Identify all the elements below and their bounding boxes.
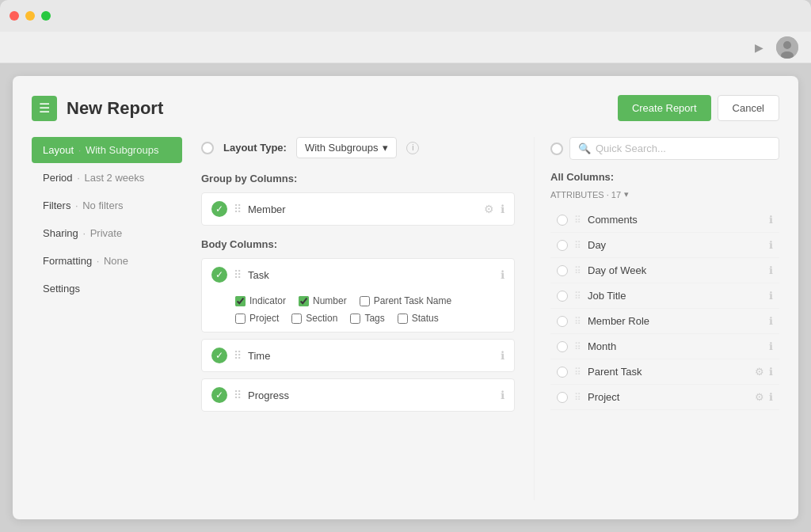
left-sidebar: Layout · With SubgroupsPeriod · Last 2 w… — [32, 137, 182, 500]
right-col-radio[interactable] — [557, 341, 568, 352]
drag-handle-icon[interactable]: ⠿ — [574, 240, 581, 251]
right-col-name: Day — [588, 239, 763, 251]
drag-handle-icon[interactable]: ⠿ — [574, 392, 581, 403]
info-icon[interactable]: ℹ — [769, 391, 773, 403]
drag-handle-icon[interactable]: ⠿ — [234, 349, 242, 362]
task-option-label: Status — [412, 313, 439, 324]
sidebar-item-filters[interactable]: Filters · No filters — [32, 192, 182, 218]
task-option-label: Number — [313, 295, 347, 306]
sidebar-item-formatting[interactable]: Formatting · None — [32, 248, 182, 274]
right-col-name: Month — [588, 340, 763, 352]
info-icon[interactable]: ℹ — [769, 264, 773, 276]
task-option-checkbox[interactable] — [235, 296, 246, 306]
info-icon[interactable]: ℹ — [769, 366, 773, 378]
task-option[interactable]: Section — [291, 313, 337, 324]
drag-handle-icon[interactable]: ⠿ — [574, 265, 581, 276]
right-col-actions: ℹ — [769, 315, 773, 327]
right-col-actions: ℹ — [769, 239, 773, 251]
settings-icon[interactable]: ⚙ — [484, 203, 494, 215]
cancel-button[interactable]: Cancel — [718, 95, 779, 121]
gear-icon[interactable]: ⚙ — [755, 366, 764, 378]
task-option[interactable]: Tags — [350, 313, 384, 324]
info-icon[interactable]: ℹ — [769, 214, 773, 226]
right-col-radio[interactable] — [557, 316, 568, 327]
task-option-checkbox[interactable] — [291, 314, 302, 324]
body-column-item: ✓ ⠿ Task ℹ Indicator Number Parent — [201, 258, 515, 332]
right-col-radio[interactable] — [557, 367, 568, 378]
right-col-radio[interactable] — [557, 291, 568, 302]
right-col-actions: ⚙ℹ — [755, 391, 773, 403]
sidebar-item-period[interactable]: Period · Last 2 weeks — [32, 165, 182, 191]
info-icon[interactable]: ℹ — [769, 239, 773, 251]
col-actions: ℹ — [501, 268, 504, 281]
nav-sub: No filters — [82, 200, 123, 211]
right-column-item: ⠿ Day ℹ — [550, 233, 779, 258]
task-option-checkbox[interactable] — [398, 314, 408, 324]
column-name: Task — [248, 269, 494, 281]
task-option-label: Parent Task Name — [374, 295, 452, 306]
sidebar-item-layout[interactable]: Layout · With Subgroups — [32, 137, 182, 163]
drag-handle-icon[interactable]: ⠿ — [234, 268, 242, 281]
column-name: Time — [248, 350, 494, 362]
column-item-header: ✓ ⠿ Progress ℹ — [202, 379, 514, 411]
right-column-list: ⠿ Comments ℹ ⠿ Day ℹ ⠿ Day of Week ℹ ⠿ J… — [550, 207, 779, 500]
drag-handle-icon[interactable]: ⠿ — [234, 389, 242, 401]
info-icon[interactable]: ℹ — [501, 268, 504, 281]
task-option-checkbox[interactable] — [350, 314, 360, 324]
minimize-button[interactable] — [25, 11, 35, 21]
search-placeholder: Quick Search... — [596, 142, 666, 154]
search-input-wrap[interactable]: 🔍 Quick Search... — [569, 137, 779, 160]
task-option-checkbox[interactable] — [235, 314, 246, 324]
task-option[interactable]: Indicator — [235, 295, 286, 306]
drag-handle-icon[interactable]: ⠿ — [234, 203, 242, 215]
layout-type-select[interactable]: With Subgroups ▾ — [296, 137, 398, 158]
body-columns: ✓ ⠿ Task ℹ Indicator Number Parent — [201, 258, 515, 412]
middle-panel: Layout Type: With Subgroups ▾ i Group by… — [182, 137, 534, 500]
info-icon[interactable]: ℹ — [501, 389, 504, 401]
task-option[interactable]: Status — [398, 313, 439, 324]
check-icon: ✓ — [211, 267, 227, 283]
info-icon[interactable]: ℹ — [769, 340, 773, 352]
right-column-item: ⠿ Month ℹ — [550, 334, 779, 359]
play-icon[interactable]: ▶ — [751, 40, 767, 55]
right-column-item: ⠿ Member Role ℹ — [550, 309, 779, 334]
close-button[interactable] — [10, 11, 19, 21]
search-radio[interactable] — [550, 142, 563, 155]
task-option[interactable]: Parent Task Name — [360, 295, 452, 306]
sidebar-item-sharing[interactable]: Sharing · Private — [32, 220, 182, 246]
info-icon[interactable]: ℹ — [501, 203, 504, 215]
right-col-actions: ℹ — [769, 290, 773, 302]
right-col-radio[interactable] — [557, 240, 568, 251]
maximize-button[interactable] — [41, 11, 51, 21]
drag-handle-icon[interactable]: ⠿ — [574, 291, 581, 302]
task-option[interactable]: Project — [235, 313, 279, 324]
right-column-item: ⠿ Day of Week ℹ — [550, 258, 779, 283]
right-col-radio[interactable] — [557, 392, 568, 403]
attributes-label: ATTRIBUTES · 17 — [550, 190, 621, 200]
task-option-checkbox[interactable] — [360, 296, 370, 306]
search-icon: 🔍 — [578, 142, 591, 154]
col-actions: ⚙ ℹ — [484, 203, 504, 215]
layout-info-icon[interactable]: i — [406, 142, 419, 154]
main-container: ☰ New Report Create Report Cancel Layout… — [13, 76, 798, 519]
info-icon[interactable]: ℹ — [769, 315, 773, 327]
task-option[interactable]: Number — [299, 295, 347, 306]
info-icon[interactable]: ℹ — [501, 349, 504, 362]
right-col-radio[interactable] — [557, 265, 568, 276]
column-item-header: ✓ ⠿ Task ℹ — [202, 259, 514, 291]
drag-handle-icon[interactable]: ⠿ — [574, 367, 581, 378]
gear-icon[interactable]: ⚙ — [755, 391, 764, 403]
layout-type-radio[interactable] — [201, 142, 214, 154]
sidebar-item-settings[interactable]: Settings — [32, 276, 182, 302]
right-col-radio[interactable] — [557, 215, 568, 226]
task-option-checkbox[interactable] — [299, 296, 309, 306]
right-col-actions: ℹ — [769, 214, 773, 226]
task-option-label: Indicator — [249, 295, 286, 306]
attributes-badge: ATTRIBUTES · 17 ▾ — [550, 189, 779, 200]
drag-handle-icon[interactable]: ⠿ — [574, 341, 581, 352]
drag-handle-icon[interactable]: ⠿ — [574, 316, 581, 327]
info-icon[interactable]: ℹ — [769, 290, 773, 302]
right-col-name: Comments — [588, 214, 763, 226]
drag-handle-icon[interactable]: ⠿ — [574, 215, 581, 226]
create-report-button[interactable]: Create Report — [618, 95, 711, 121]
